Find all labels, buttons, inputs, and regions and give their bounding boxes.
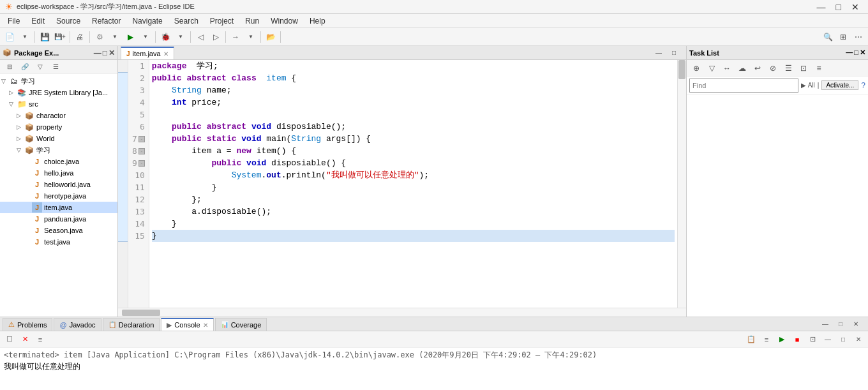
menu-window[interactable]: Window [266, 15, 303, 27]
tree-item-season-java[interactable]: ▷ J Season.java [0, 225, 117, 236]
tree-item-choice-java[interactable]: ▷ J choice.java [0, 156, 117, 167]
menu-edit[interactable]: Edit [26, 15, 50, 27]
toolbar-more-btn[interactable]: ⋯ [851, 30, 865, 44]
rp-maximize-btn[interactable]: □ [854, 49, 858, 57]
tab-javadoc[interactable]: @ Javadoc [54, 318, 101, 331]
console-menu-btn[interactable]: ≡ [33, 333, 47, 347]
console-layout-btn[interactable]: ⊡ [805, 333, 819, 347]
rp-cloud-btn[interactable]: ☁ [735, 61, 749, 75]
menu-source[interactable]: Source [51, 15, 86, 27]
toolbar-debug-btn[interactable]: 🐞 [158, 30, 172, 44]
rp-help-btn[interactable]: ? [861, 81, 865, 90]
tree-item-panduan-java[interactable]: ▷ J panduan.java [0, 213, 117, 225]
pe-maximize-btn[interactable]: □ [103, 49, 107, 57]
tab-console[interactable]: ▶ Console ✕ [161, 318, 213, 331]
toolbar-run-btn[interactable]: ▶ [123, 30, 137, 44]
rp-close-btn[interactable]: ✕ [860, 49, 865, 57]
tree-item-herotype-java[interactable]: ▷ J herotype.java [0, 190, 117, 202]
code-area[interactable]: 1 2 3 4 5 6 7- 8- 9- 10 11 12 13 [118, 60, 686, 308]
rp-filter-btn[interactable]: ▽ [705, 61, 719, 75]
menu-navigate[interactable]: Navigate [127, 15, 167, 27]
toolbar-open-type-btn[interactable]: 📂 [264, 30, 278, 44]
menu-project[interactable]: Project [205, 15, 239, 27]
tree-item-item-java[interactable]: ▷ J item.java [0, 202, 117, 213]
menu-file[interactable]: File [3, 15, 25, 27]
bp-minimize-btn[interactable]: — [818, 317, 832, 331]
pe-header-right[interactable]: — □ ✕ [94, 49, 115, 57]
pe-close-btn[interactable]: ✕ [108, 49, 115, 57]
toolbar-next-dropdown[interactable]: ▼ [244, 30, 258, 44]
tree-item-property[interactable]: ▷ 📦 property [0, 121, 117, 133]
console-clear-btn[interactable]: ☐ [3, 333, 17, 347]
tree-item-hello-java[interactable]: ▷ J hello.java [0, 167, 117, 179]
rp-delete-btn[interactable]: ⊘ [766, 61, 780, 75]
vscroll-thumb[interactable] [678, 60, 685, 79]
tree-item-test-java[interactable]: ▷ J test.java [0, 236, 117, 248]
code-content[interactable]: package 学习; public abstract class item {… [149, 60, 677, 308]
hscroll-thumb[interactable] [122, 310, 160, 316]
toolbar-print-btn[interactable]: 🖨 [73, 30, 87, 44]
tree-item-src[interactable]: ▽ 📁 src [0, 98, 117, 110]
maximize-button[interactable]: □ [832, 2, 845, 12]
pe-minimize-btn[interactable]: — [94, 49, 101, 57]
tab-coverage[interactable]: 📊 Coverage [215, 318, 267, 331]
close-button[interactable]: ✕ [848, 2, 863, 12]
minimize-button[interactable]: — [813, 2, 830, 12]
tree-item-world[interactable]: ▷ 📦 World [0, 133, 117, 144]
pe-collapse-btn[interactable]: ⊟ [3, 60, 17, 74]
console-min-btn[interactable]: — [821, 333, 835, 347]
tree-item-xuexi-pkg[interactable]: ▽ 📦 学习 [0, 144, 117, 156]
console-run-btn[interactable]: ▶ [775, 333, 789, 347]
rp-find-input[interactable] [689, 79, 798, 93]
tree-item-project-xuexi[interactable]: ▽ 🗂 学习 [0, 75, 117, 87]
rp-grid-btn[interactable]: ⊡ [797, 61, 811, 75]
rp-new-btn[interactable]: ⊕ [689, 61, 703, 75]
rp-menu-btn[interactable]: ☰ [781, 61, 795, 75]
tree-item-jre[interactable]: ▷ 📚 JRE System Library [Ja... [0, 87, 117, 98]
tree-item-charactor[interactable]: ▷ 📦 charactor [0, 110, 117, 121]
toolbar-save-btn[interactable]: 💾 [38, 30, 52, 44]
rp-undo-btn[interactable]: ↩ [751, 61, 765, 75]
toolbar-run-dropdown[interactable]: ▼ [108, 30, 122, 44]
editor-tab-item-java[interactable]: J item.java ✕ [121, 47, 174, 59]
editor-maximize-btn[interactable]: □ [667, 46, 681, 59]
console-terminate-btn[interactable]: ✕ [18, 333, 32, 347]
editor-minimize-btn[interactable]: — [652, 46, 666, 59]
rp-activate-btn[interactable]: Activate... [821, 80, 858, 90]
rp-sync-btn[interactable]: ↔ [720, 61, 734, 75]
toolbar-new-dropdown[interactable]: ▼ [18, 30, 32, 44]
toolbar-new-btn[interactable]: 📄 [3, 30, 17, 44]
menu-refactor[interactable]: Refactor [87, 15, 126, 27]
toolbar-run-btn-dropdown[interactable]: ▼ [138, 30, 153, 44]
rp-filter-all-btn[interactable]: ▶ All [801, 82, 814, 89]
menu-search[interactable]: Search [169, 15, 204, 27]
pe-view-menu-btn[interactable]: ▽ [33, 60, 47, 74]
toolbar-run-config-btn[interactable]: ⚙ [93, 30, 107, 44]
console-copy-btn[interactable]: 📋 [744, 333, 758, 347]
rp-header-controls[interactable]: — □ ✕ [846, 49, 865, 57]
console-stop-btn[interactable]: ■ [790, 333, 804, 347]
bp-maximize-btn[interactable]: □ [834, 317, 848, 331]
toolbar-search-btn[interactable]: 🔍 [821, 30, 835, 44]
menu-run[interactable]: Run [240, 15, 264, 27]
tab-close-icon[interactable]: ✕ [163, 50, 168, 57]
editor-hscrollbar[interactable] [118, 308, 686, 317]
tree-item-helloworld-java[interactable]: ▷ J helloworld.java [0, 179, 117, 190]
toolbar-next-edit-btn[interactable]: ▷ [209, 30, 223, 44]
editor-vscrollbar[interactable] [677, 60, 686, 308]
menu-help[interactable]: Help [304, 15, 331, 27]
tab-close-icon[interactable]: ✕ [203, 322, 208, 329]
console-close-btn[interactable]: ✕ [851, 333, 865, 347]
console-format-btn[interactable]: ≡ [760, 333, 774, 347]
toolbar-save-all-btn[interactable]: 💾+ [53, 30, 67, 44]
console-max-btn[interactable]: □ [836, 333, 850, 347]
tab-declaration[interactable]: 📋 Declaration [103, 318, 160, 331]
rp-minimize-btn[interactable]: — [846, 49, 853, 57]
titlebar-controls[interactable]: — □ ✕ [813, 2, 863, 12]
bp-close-btn[interactable]: ✕ [849, 317, 863, 331]
tab-problems[interactable]: ⚠ Problems [3, 318, 52, 331]
toolbar-perspective-btn[interactable]: ⊞ [836, 30, 850, 44]
pe-more-btn[interactable]: ☰ [49, 60, 63, 74]
toolbar-debug-dropdown[interactable]: ▼ [174, 30, 188, 44]
toolbar-next-btn[interactable]: → [228, 30, 243, 44]
